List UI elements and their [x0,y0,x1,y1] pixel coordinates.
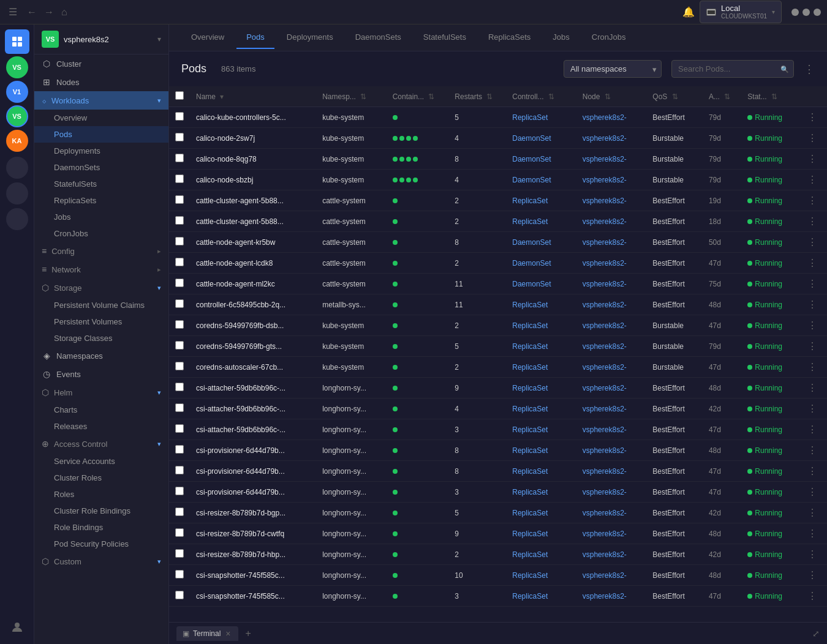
row-more-button[interactable]: ⋮ [804,132,821,144]
node-link[interactable]: vspherek8s2- [583,405,627,413]
pod-node[interactable]: vspherek8s2- [576,149,647,170]
terminal-expand-icon[interactable]: ⤢ [812,629,820,638]
sidebar-sub-deployments[interactable]: Deployments [34,143,168,159]
row-checkbox[interactable] [175,570,184,578]
pod-node[interactable]: vspherek8s2- [576,378,647,399]
row-more-button[interactable]: ⋮ [804,381,821,394]
node-link[interactable]: vspherek8s2- [583,592,627,601]
cluster-badge[interactable]: Local CLOUDWKST01 ▾ [700,1,782,24]
pod-controller[interactable]: DaemonSet [506,253,576,274]
sidebar-chevron-icon[interactable]: ▾ [157,35,161,43]
pod-controller[interactable]: DaemonSet [506,274,576,294]
node-link[interactable]: vspherek8s2- [583,280,627,288]
row-checkbox[interactable] [175,341,184,350]
pod-node[interactable]: vspherek8s2- [576,336,647,357]
pod-controller[interactable]: ReplicaSet [506,586,576,607]
node-link[interactable]: vspherek8s2- [583,425,627,434]
pod-controller[interactable]: ReplicaSet [506,565,576,586]
node-link[interactable]: vspherek8s2- [583,384,627,392]
row-checkbox[interactable] [175,507,184,516]
node-link[interactable]: vspherek8s2- [583,134,627,143]
node-link[interactable]: vspherek8s2- [583,571,627,580]
sidebar-sub-charts[interactable]: Charts [34,402,168,418]
controller-link[interactable]: ReplicaSet [512,467,548,476]
row-more-button[interactable]: ⋮ [804,548,821,561]
pod-controller[interactable]: ReplicaSet [506,482,576,503]
node-link[interactable]: vspherek8s2- [583,342,627,351]
sidebar-section-helm[interactable]: ⬡ Helm ▾ [34,383,168,402]
row-checkbox[interactable] [175,195,184,204]
controller-link[interactable]: DaemonSet [512,280,551,288]
pod-node[interactable]: vspherek8s2- [576,544,647,565]
row-more-button[interactable]: ⋮ [804,402,821,415]
row-more-button[interactable]: ⋮ [804,236,821,249]
sidebar-sub-jobs[interactable]: Jobs [34,209,168,225]
controller-link[interactable]: DaemonSet [512,155,551,163]
tab-jobs[interactable]: Jobs [543,26,579,49]
controller-link[interactable]: ReplicaSet [512,425,548,434]
controller-link[interactable]: ReplicaSet [512,384,548,392]
row-checkbox[interactable] [175,133,184,141]
th-name[interactable]: Name ▾ [190,86,316,107]
tab-pods[interactable]: Pods [236,26,274,49]
v1-cluster-icon[interactable]: V1 [6,81,28,103]
row-checkbox[interactable] [175,445,184,454]
tab-deployments[interactable]: Deployments [277,26,343,49]
tab-statefulsets[interactable]: StatefulSets [414,26,476,49]
maximize-button[interactable] [802,9,810,16]
node-link[interactable]: vspherek8s2- [583,176,627,184]
vs2-cluster-icon[interactable]: VS [6,105,28,127]
pod-controller[interactable]: ReplicaSet [506,440,576,461]
row-checkbox[interactable] [175,299,184,308]
pod-controller[interactable]: ReplicaSet [506,190,576,211]
node-link[interactable]: vspherek8s2- [583,301,627,309]
sidebar-sub-storage-classes[interactable]: Storage Classes [34,330,168,346]
row-more-button[interactable]: ⋮ [804,173,821,186]
pod-controller[interactable]: DaemonSet [506,232,576,253]
th-restarts[interactable]: Restarts ⇅ [448,86,506,107]
row-more-button[interactable]: ⋮ [804,256,821,269]
node-link[interactable]: vspherek8s2- [583,259,627,268]
pod-node[interactable]: vspherek8s2- [576,315,647,336]
pod-node[interactable]: vspherek8s2- [576,399,647,419]
home-button[interactable]: ⌂ [59,4,70,20]
namespace-select[interactable]: All namespaces kube-system cattle-system… [564,60,662,78]
th-node[interactable]: Node ⇅ [576,86,647,107]
sidebar-item-nodes[interactable]: ⊞ Nodes [34,73,168,91]
sidebar-sub-pvc[interactable]: Persistent Volume Claims [34,297,168,313]
sidebar-section-network[interactable]: ≡ Network ▸ [34,260,168,279]
pod-controller[interactable]: ReplicaSet [506,544,576,565]
empty-cluster-3[interactable] [6,208,28,230]
pod-node[interactable]: vspherek8s2- [576,461,647,482]
controller-link[interactable]: ReplicaSet [512,571,548,580]
row-checkbox[interactable] [175,279,184,287]
controller-link[interactable]: ReplicaSet [512,113,548,122]
controller-link[interactable]: ReplicaSet [512,530,548,538]
pod-node[interactable]: vspherek8s2- [576,211,647,232]
node-link[interactable]: vspherek8s2- [583,197,627,205]
pod-controller[interactable]: ReplicaSet [506,315,576,336]
pod-controller[interactable]: ReplicaSet [506,378,576,399]
th-containers[interactable]: Contain... ⇅ [387,86,449,107]
sidebar-sub-pv[interactable]: Persistent Volumes [34,313,168,330]
row-checkbox[interactable] [175,362,184,370]
sidebar-sub-overview[interactable]: Overview [34,110,168,126]
row-more-button[interactable]: ⋮ [804,298,821,311]
pod-node[interactable]: vspherek8s2- [576,170,647,190]
node-link[interactable]: vspherek8s2- [583,321,627,330]
controller-link[interactable]: ReplicaSet [512,363,548,372]
column-options-icon[interactable]: ⋮ [804,62,815,76]
controller-link[interactable]: ReplicaSet [512,342,548,351]
ka-cluster-icon[interactable]: KA [6,130,28,152]
menu-toggle-icon[interactable]: ☰ [6,4,20,20]
node-link[interactable]: vspherek8s2- [583,467,627,476]
row-checkbox[interactable] [175,487,184,495]
vs-cluster-icon[interactable]: VS [6,56,28,78]
row-more-button[interactable]: ⋮ [804,590,821,602]
empty-cluster-1[interactable] [6,157,28,179]
row-more-button[interactable]: ⋮ [804,506,821,519]
th-namespace[interactable]: Namesp... ⇅ [316,86,387,107]
sidebar-item-cluster[interactable]: ⬡ Cluster [34,54,168,73]
rail-home-icon[interactable] [5,29,29,54]
pod-controller[interactable]: ReplicaSet [506,523,576,544]
